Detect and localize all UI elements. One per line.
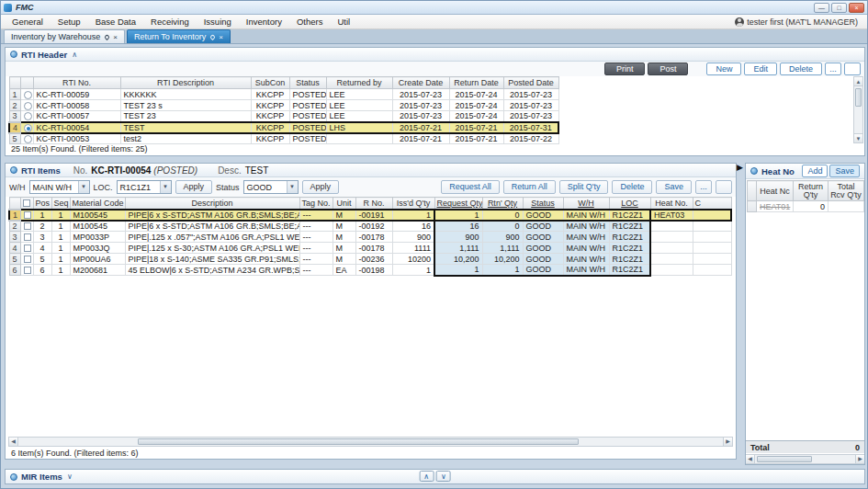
radio-button[interactable] bbox=[24, 135, 32, 143]
cell-wh[interactable]: MAIN W/H bbox=[563, 254, 609, 265]
horizontal-scrollbar[interactable]: ◀ ▶ bbox=[746, 454, 864, 464]
scroll-up-icon[interactable]: ▲ bbox=[854, 77, 862, 86]
edit-button[interactable]: Edit bbox=[744, 63, 777, 75]
table-row[interactable]: 4 4 1 MP003JQ PIPE|.125 x S-30;ASTM A106… bbox=[9, 243, 731, 254]
scroll-thumb[interactable] bbox=[855, 88, 862, 107]
menu-general[interactable]: General bbox=[5, 17, 51, 27]
col-heat-no[interactable]: Heat Nc bbox=[757, 181, 794, 201]
table-row[interactable]: 5 5 1 MP00UA6 PIPE|18 x S-140;ASME SA335… bbox=[9, 254, 731, 265]
cell-status[interactable]: GOOD bbox=[523, 210, 563, 221]
table-row[interactable]: 1 KC-RTI-00059 KKKKKK KKCPP POSTED LEE 2… bbox=[9, 89, 558, 100]
cell-loc[interactable]: R1C2Z1 bbox=[609, 243, 650, 254]
col-total-rcv-qty[interactable]: Total Rcv Q'ty bbox=[829, 181, 864, 201]
print-button[interactable]: Print bbox=[604, 63, 646, 75]
tab-inventory-by-warehouse[interactable]: Inventory by Warehouse × bbox=[4, 29, 125, 43]
cell-request-qty[interactable]: 900 bbox=[434, 232, 482, 243]
col-return-date[interactable]: Return Date bbox=[449, 77, 503, 89]
cell-wh[interactable]: MAIN W/H bbox=[563, 243, 609, 254]
close-button[interactable]: × bbox=[849, 3, 864, 13]
cell-status[interactable]: GOOD bbox=[523, 243, 563, 254]
apply-status-button[interactable]: Apply bbox=[302, 180, 340, 194]
cell-status[interactable]: GOOD bbox=[523, 265, 563, 276]
col-return-qty[interactable]: Return Q'ty bbox=[794, 181, 829, 201]
cell-status[interactable]: GOOD bbox=[523, 232, 563, 243]
table-row[interactable]: 2 KC-RTI-00058 TEST 23 s KKCPP POSTED LE… bbox=[9, 100, 558, 111]
scroll-right-icon[interactable]: ▶ bbox=[855, 455, 864, 463]
cell-wh[interactable]: MAIN W/H bbox=[563, 221, 609, 232]
col-r-no[interactable]: R No. bbox=[355, 198, 392, 210]
menu-setup[interactable]: Setup bbox=[51, 17, 88, 27]
options-button[interactable] bbox=[844, 63, 861, 75]
col-posted-date[interactable]: Posted Date bbox=[503, 77, 558, 89]
table-row[interactable]: 5 KC-RTI-00053 test2 KKCPP POSTED 2015-0… bbox=[9, 133, 558, 144]
collapse-heat-panel-icon[interactable]: ▶ bbox=[737, 164, 743, 172]
status-select[interactable]: GOOD ▼ bbox=[243, 180, 299, 194]
col-request-qty[interactable]: Request Qty bbox=[434, 198, 482, 210]
cell-loc[interactable]: R1C2Z1 bbox=[609, 254, 650, 265]
col-loc[interactable]: LOC bbox=[609, 198, 650, 210]
menu-others[interactable]: Others bbox=[289, 17, 331, 27]
post-button[interactable]: Post bbox=[648, 63, 688, 75]
minimize-button[interactable]: — bbox=[814, 3, 829, 13]
col-subcon[interactable]: SubCon bbox=[251, 77, 289, 89]
pin-icon[interactable] bbox=[209, 33, 216, 40]
row-checkbox[interactable] bbox=[24, 233, 31, 241]
table-row[interactable]: HEAT01 0 bbox=[748, 201, 864, 212]
new-button[interactable]: New bbox=[706, 63, 741, 75]
cell-rtn-qty[interactable]: 1,111 bbox=[482, 243, 523, 254]
close-tab-icon[interactable]: × bbox=[219, 33, 223, 41]
delete-items-button[interactable]: Delete bbox=[612, 180, 652, 194]
more-button[interactable]: ... bbox=[825, 63, 841, 75]
delete-button[interactable]: Delete bbox=[780, 63, 822, 75]
col-wh[interactable]: W/H bbox=[563, 198, 609, 210]
cell-rtn-qty[interactable]: 1 bbox=[482, 265, 523, 276]
col-cut[interactable]: C bbox=[693, 198, 731, 210]
table-row[interactable]: 3 KC-RTI-00057 TEST 23 KKCPP POSTED LEE … bbox=[9, 111, 558, 122]
radio-button[interactable] bbox=[24, 112, 32, 120]
cell-wh[interactable]: MAIN W/H bbox=[563, 265, 609, 276]
table-row-selected[interactable]: 1 1 1 M100545 PIPE|6 x S-STD;ASTM A106 G… bbox=[9, 210, 731, 221]
expand-icon[interactable]: ∨ bbox=[67, 472, 73, 481]
col-unit[interactable]: Unit bbox=[333, 198, 355, 210]
row-checkbox[interactable] bbox=[24, 211, 31, 219]
table-row[interactable]: 2 2 1 M100545 PIPE|6 x S-STD;ASTM A106 G… bbox=[9, 221, 731, 232]
radio-button[interactable] bbox=[24, 91, 32, 99]
col-pos[interactable]: Pos bbox=[33, 198, 51, 210]
return-all-button[interactable]: Return All bbox=[503, 180, 556, 194]
col-create-date[interactable]: Create Date bbox=[392, 77, 449, 89]
cell-request-qty[interactable]: 1 bbox=[434, 210, 482, 221]
scroll-left-icon[interactable]: ◀ bbox=[746, 455, 755, 463]
cell-status[interactable]: GOOD bbox=[523, 221, 563, 232]
row-checkbox[interactable] bbox=[24, 222, 31, 230]
cell-loc[interactable]: R1C2Z1 bbox=[609, 210, 650, 221]
cell-status[interactable]: GOOD bbox=[523, 254, 563, 265]
cell-request-qty[interactable]: 16 bbox=[434, 221, 482, 232]
menu-receiving[interactable]: Receiving bbox=[143, 17, 197, 27]
scroll-right-icon[interactable]: ▶ bbox=[723, 438, 732, 446]
cell-rtn-qty[interactable]: 10,200 bbox=[482, 254, 523, 265]
col-rtn-qty[interactable]: Rtn' Qty bbox=[482, 198, 523, 210]
col-tag-no[interactable]: Tag No. bbox=[299, 198, 333, 210]
cell-rtn-qty[interactable]: 0 bbox=[482, 210, 523, 221]
col-status[interactable]: Status bbox=[523, 198, 563, 210]
col-material-code[interactable]: Material Code bbox=[70, 198, 125, 210]
cell-wh[interactable]: MAIN W/H bbox=[563, 232, 609, 243]
col-returned-by[interactable]: Returned by bbox=[326, 77, 392, 89]
heat-add-button[interactable]: Add bbox=[802, 165, 828, 177]
table-row[interactable]: 6 6 1 M200681 45 ELBOW|6 x S-STD;ASTM A2… bbox=[9, 265, 731, 276]
request-all-button[interactable]: Request All bbox=[441, 180, 500, 194]
cell-request-qty[interactable]: 1 bbox=[434, 265, 482, 276]
cell-loc[interactable]: R1C2Z1 bbox=[609, 265, 650, 276]
col-description[interactable]: Description bbox=[125, 198, 299, 210]
cell-loc[interactable]: R1C2Z1 bbox=[609, 221, 650, 232]
tab-return-to-inventory[interactable]: Return To Inventory × bbox=[127, 29, 231, 43]
col-rti-description[interactable]: RTI Description bbox=[120, 77, 251, 89]
col-seq[interactable]: Seq bbox=[51, 198, 70, 210]
col-status[interactable]: Status bbox=[289, 77, 326, 89]
expand-up-icon[interactable]: ∧ bbox=[419, 471, 434, 482]
col-rti-no[interactable]: RTI No. bbox=[33, 77, 120, 89]
cell-request-qty[interactable]: 1,111 bbox=[434, 243, 482, 254]
radio-button-checked[interactable] bbox=[24, 124, 32, 132]
split-qty-button[interactable]: Split Q'ty bbox=[559, 180, 609, 194]
maximize-button[interactable]: □ bbox=[831, 3, 847, 13]
